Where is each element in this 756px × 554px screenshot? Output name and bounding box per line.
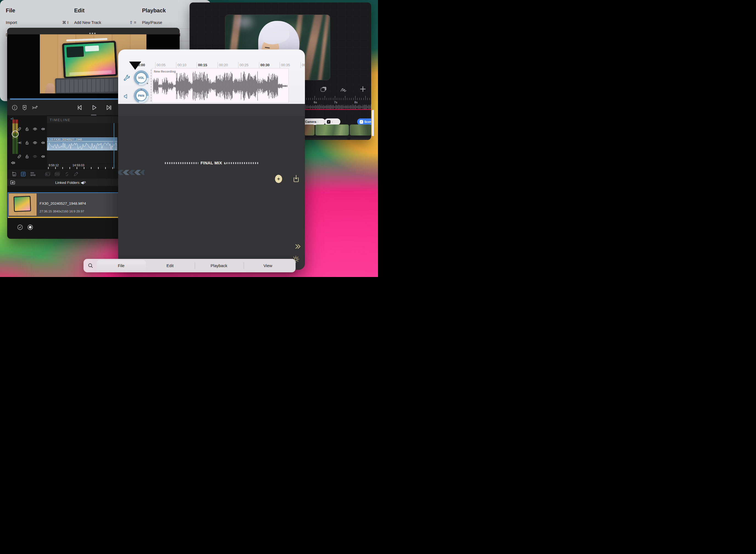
ruler-time-2: 14:59.03 — [72, 164, 84, 167]
shortcut: ⌘ I — [62, 20, 68, 25]
menu-item-import[interactable]: Import⌘ I — [6, 16, 68, 29]
clip-audio-icon[interactable] — [54, 171, 61, 177]
timeline-title: TIMELINE — [50, 118, 71, 122]
track-list-icon[interactable] — [20, 171, 26, 177]
note-add-icon[interactable] — [11, 171, 17, 177]
speaker-icon[interactable] — [41, 127, 46, 131]
menu-header: File — [6, 7, 15, 14]
skip-to-start-icon[interactable] — [76, 104, 83, 111]
marker-add-icon[interactable] — [21, 104, 28, 111]
ruler-label: 00:30 — [260, 63, 270, 67]
file-name: FX30_20240527_1948.MP4 — [40, 202, 86, 206]
master-speaker-icon[interactable] — [10, 160, 16, 165]
skip-to-end-icon[interactable] — [105, 104, 112, 111]
info-icon[interactable] — [11, 104, 18, 111]
audio-header: 0:00 00:05 00:10 00:15 00:20 00:25 00:30… — [118, 50, 305, 104]
tab-view[interactable]: View — [249, 259, 287, 272]
eye-icon[interactable] — [33, 154, 38, 159]
double-chevron-right-icon[interactable] — [294, 243, 301, 250]
ruler-label-7s: 7s — [334, 101, 337, 104]
add-track-button[interactable]: + — [275, 175, 282, 183]
plus-icon[interactable] — [359, 86, 366, 93]
eye-icon[interactable] — [33, 141, 38, 145]
tab-playback[interactable]: Playback — [200, 259, 238, 272]
play-icon[interactable] — [91, 104, 98, 111]
ruler-label: 00:40 — [302, 63, 305, 67]
bus-selector[interactable]: FINAL MIX ⌄ — [200, 161, 227, 165]
ruler-label: 00:20 — [219, 63, 228, 67]
panel-drag-handle[interactable] — [91, 115, 97, 115]
file-meta: 27:36.15 3840x2160 16:9 29.97 — [40, 210, 84, 213]
ruler-label: 00:35 — [281, 63, 290, 67]
search-icon[interactable] — [88, 263, 94, 269]
layers-icon[interactable] — [320, 86, 327, 93]
menu-item-add-new-track[interactable]: Add New Track⇧ = — [74, 16, 136, 29]
lock-open-icon[interactable] — [25, 141, 30, 145]
link-icon[interactable] — [17, 127, 22, 131]
checkbox-checked-icon[interactable]: ✓ — [360, 120, 363, 124]
scribble-icon[interactable] — [340, 86, 347, 93]
vol-knob-label: VOL — [136, 72, 147, 83]
scene-pill[interactable]: ✓ Scene — [357, 118, 371, 125]
window-titlebar[interactable] — [7, 28, 180, 34]
speaker-icon[interactable] — [41, 141, 46, 145]
scene-pill-label: Scene — [364, 120, 371, 123]
ruler-label: 00:10 — [177, 63, 186, 67]
ruler-label-6s: 6s — [314, 101, 317, 104]
browser-title[interactable]: Linked Folders ◀P — [55, 180, 86, 185]
track-headers: +0 — [7, 116, 47, 169]
clip-waveform — [47, 141, 117, 150]
tab-file[interactable]: File — [102, 259, 140, 272]
timeline-ruler-ticks[interactable] — [304, 96, 371, 100]
pencil-icon[interactable] — [73, 171, 79, 177]
playhead[interactable] — [114, 123, 114, 168]
filmstrip-thumbnail[interactable] — [304, 124, 314, 135]
arrow-to-end-icon[interactable] — [17, 141, 22, 145]
clip-add-icon[interactable] — [45, 171, 51, 177]
gain-knob[interactable] — [12, 130, 19, 137]
chevron-right-icon: › — [317, 120, 318, 123]
link-icon[interactable] — [17, 154, 22, 159]
audio-body: FINAL MIX ⌄ + — [118, 104, 305, 270]
checkbox-checked-icon[interactable]: ✓ — [327, 120, 331, 124]
track-enable-pill[interactable]: ✓ › — [325, 118, 340, 125]
chevron-right-icon: › — [332, 120, 333, 123]
hand-left — [45, 82, 55, 94]
camera-track-pill[interactable]: Camera › — [303, 118, 325, 125]
lock-open-icon[interactable] — [25, 127, 30, 131]
video-clip[interactable]: 5.15 FX30_20240527_1948 — [47, 137, 117, 151]
filmstrip-thumbnail[interactable] — [350, 124, 371, 135]
eye-icon[interactable] — [33, 127, 38, 131]
pan-knob-label: PAN — [136, 90, 147, 101]
speaker-icon[interactable] — [123, 93, 130, 100]
apple-pencil — [66, 38, 107, 41]
filmstrip-thumbnail[interactable] — [315, 124, 349, 135]
track3-controls — [17, 154, 46, 159]
speaker-icon[interactable] — [41, 154, 46, 159]
record-icon[interactable] — [27, 224, 33, 230]
audio-track-region[interactable]: New Recording — [152, 68, 289, 103]
unlink-icon[interactable] — [64, 171, 70, 177]
folder-link-icon[interactable] — [10, 179, 16, 185]
ipad-in-video — [62, 41, 118, 78]
check-circle-icon[interactable] — [17, 224, 23, 230]
tab-edit[interactable]: Edit — [151, 259, 189, 272]
levels-icon[interactable] — [30, 171, 36, 177]
wrench-icon[interactable] — [123, 74, 130, 81]
screen: 6s 7s 8s Camera › ✓ › ✓ Scene — [0, 0, 378, 277]
lock-open-icon[interactable] — [25, 154, 30, 159]
bus-dashes-left — [165, 162, 198, 164]
menu-header: Playback — [142, 7, 166, 14]
audio-wave-add-icon[interactable] — [31, 104, 39, 111]
keyboard-in-video — [55, 77, 124, 94]
export-icon[interactable] — [292, 174, 300, 183]
pan-knob[interactable]: PAN — [134, 88, 149, 103]
ruler-label: 00:05 — [157, 63, 166, 67]
ruler-time-1: 9:59.12 — [49, 164, 59, 167]
ruler-label: 00:25 — [240, 63, 249, 67]
bus-dashes-right — [224, 162, 258, 164]
ruler-label: 00:15 — [198, 63, 207, 67]
track2-controls — [17, 141, 46, 145]
menu-header: Edit — [74, 7, 84, 14]
vol-knob[interactable]: VOL — [134, 70, 149, 85]
